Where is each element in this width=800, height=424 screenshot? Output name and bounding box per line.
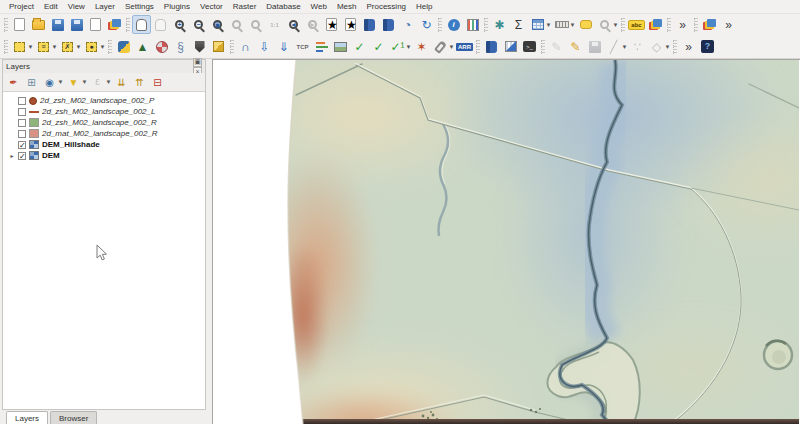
zoom-last-button[interactable]: ◄ [284,15,303,34]
new-spatial-bookmark-button[interactable] [360,15,379,34]
zoom-full-button[interactable]: ▣ [208,15,227,34]
select-features-button[interactable] [10,37,29,56]
style-manager-button[interactable] [105,15,124,34]
zoom-out-button[interactable]: − [189,15,208,34]
scroll-plugin-button[interactable]: § [171,37,190,56]
layer-checkbox[interactable] [18,119,26,127]
check-topology-3-button[interactable]: ✓¹ [388,37,407,56]
menu-database[interactable]: Database [261,0,305,13]
map-tips-button[interactable] [576,15,595,34]
paperclip-plugin-button[interactable] [431,37,450,56]
map-canvas[interactable] [212,59,800,424]
toolbar-overflow-1-button[interactable]: » [673,15,692,34]
select-by-value-button[interactable]: ≡ [34,37,53,56]
identify-features-button[interactable]: i [444,15,463,34]
add-layer-button[interactable] [700,15,719,34]
grid-raster-plugin-button[interactable] [501,37,520,56]
layer-tree[interactable]: 2d_zsh_M02_landscape_002_P2d_zsh_M02_lan… [3,91,205,409]
menu-web[interactable]: Web [306,0,332,13]
manage-map-themes-dropdown[interactable]: ▼ [57,73,64,92]
menu-help[interactable]: Help [411,0,437,13]
menu-mesh[interactable]: Mesh [332,0,362,13]
toggle-editing-button[interactable]: ✎ [566,37,585,56]
layer-checkbox[interactable] [18,130,26,138]
open-attribute-table-button[interactable] [528,15,547,34]
shield-plugin-button[interactable] [190,37,209,56]
zoom-to-layer-button[interactable] [246,15,265,34]
new-3d-map-view-button[interactable]: ★ [341,15,360,34]
expand-all-button[interactable]: ⇊ [113,74,130,90]
pan-map-button[interactable] [132,15,151,34]
layer-checkbox[interactable] [18,152,26,160]
layer-checkbox[interactable] [18,141,26,149]
compass-plugin-button[interactable] [152,37,171,56]
new-map-view-button[interactable]: ★ [322,15,341,34]
cube-plugin-button[interactable] [209,37,228,56]
measure-button[interactable] [552,15,571,34]
select-by-location-button[interactable]: ● [82,37,101,56]
manage-map-themes-button[interactable]: ◉ [41,74,58,90]
bug-plugin-button[interactable]: ✶ [412,37,431,56]
add-group-button[interactable]: ⊞ [23,74,40,90]
current-edits-button[interactable]: ✎ [547,37,566,56]
tcp-plugin-button[interactable]: TCP [293,37,312,56]
layer-row[interactable]: 2d_mat_M02_landscape_002_R [5,128,205,139]
labeling-options-button[interactable] [646,15,665,34]
dock-panel-button[interactable]: ▣ [193,58,202,67]
temporal-controller-button[interactable]: ◔ [398,15,417,34]
menu-project[interactable]: Project [4,0,39,13]
statistical-summary-button[interactable] [463,15,482,34]
layer-row[interactable]: 2d_zsh_M02_landscape_002_R [5,117,205,128]
menu-plugins[interactable]: Plugins [159,0,195,13]
check-topology-1-button[interactable]: ✓ [350,37,369,56]
filter-by-expression-dropdown[interactable]: ▼ [105,73,112,92]
layer-checkbox[interactable] [18,97,26,105]
open-project-button[interactable] [29,15,48,34]
help-button[interactable]: ? [698,37,717,56]
terrain-plugin-button[interactable]: ▲ [133,37,152,56]
arch-plugin-button[interactable]: ∩ [236,37,255,56]
toolbar-overflow-2-button[interactable]: » [719,15,738,34]
menu-processing[interactable]: Processing [361,0,411,13]
save-edits-button[interactable] [585,37,604,56]
filter-by-expression-button[interactable]: ε [89,74,106,90]
vertex-tool-button[interactable]: ◇ [647,37,666,56]
bluebook-plugin-button[interactable] [482,37,501,56]
profile-plugin-button[interactable] [312,37,331,56]
raster-image-plugin-button[interactable] [331,37,350,56]
layer-row[interactable]: DEM_Hillshade [5,139,205,150]
zoom-native-button[interactable]: 1:1 [265,15,284,34]
layer-expander[interactable]: ▸ [9,152,15,159]
project-properties-button[interactable] [86,15,105,34]
remove-layer-button[interactable]: ⊟ [149,74,166,90]
download-plugin-button[interactable]: ⇩ [255,37,274,56]
menu-raster[interactable]: Raster [228,0,262,13]
feature-action-button[interactable]: ✱ [490,15,509,34]
zoom-in-button[interactable]: + [170,15,189,34]
collapse-all-button[interactable]: ⇈ [131,74,148,90]
menu-layer[interactable]: Layer [90,0,120,13]
dock-tab-layers[interactable]: Layers [6,411,48,424]
dock-tab-browser[interactable]: Browser [50,411,97,424]
layer-row[interactable]: 2d_zsh_M02_landscape_002_L [5,106,205,117]
check-topology-2-button[interactable]: ✓ [369,37,388,56]
toolbar-overflow-3-button[interactable]: » [679,37,698,56]
download-alt-plugin-button[interactable]: ⇓ [274,37,293,56]
menu-view[interactable]: View [63,0,90,13]
layer-checkbox[interactable] [18,108,26,116]
filter-legend-button[interactable]: ▼ [65,74,82,90]
menu-settings[interactable]: Settings [120,0,159,13]
console-plugin-button[interactable]: >_ [520,37,539,56]
zoom-to-selection-button[interactable] [227,15,246,34]
zoom-next-button[interactable]: ► [303,15,322,34]
python-console-button[interactable] [114,37,133,56]
pan-to-selection-button[interactable] [151,15,170,34]
menu-edit[interactable]: Edit [39,0,63,13]
refresh-button[interactable]: ↻ [417,15,436,34]
add-line-feature-button[interactable]: ╱ [604,37,623,56]
open-layer-styling-button[interactable]: ✒ [5,74,22,90]
new-project-button[interactable] [10,15,29,34]
zoom-to-feature-button[interactable] [595,15,614,34]
label-toolbar-button[interactable]: abc [627,15,646,34]
save-project-as-button[interactable] [67,15,86,34]
